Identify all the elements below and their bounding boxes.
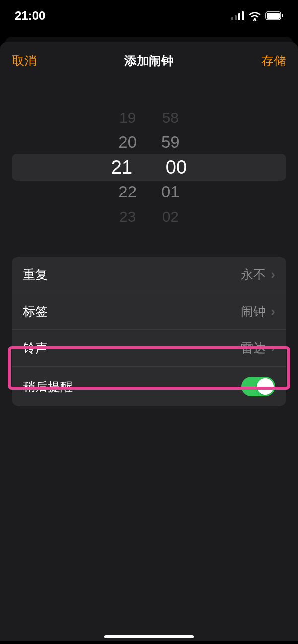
row-value: 闹钟 [241, 303, 266, 320]
status-bar: 21:00 [0, 0, 298, 28]
battery-icon [265, 11, 283, 20]
row-label-tag[interactable]: 标签 闹钟 › [12, 293, 286, 330]
svg-rect-2 [238, 13, 240, 20]
row-sound[interactable]: 铃声 雷达 › [12, 330, 286, 367]
svg-rect-6 [267, 13, 280, 19]
chevron-right-icon: › [271, 340, 275, 356]
chevron-right-icon: › [271, 304, 275, 319]
selected-minute: 00 [161, 157, 191, 178]
snooze-toggle[interactable] [241, 377, 275, 396]
status-time: 21:00 [15, 9, 45, 23]
options-list: 重复 永不 › 标签 闹钟 › 铃声 雷达 › 稍后提醒 [12, 257, 286, 406]
svg-rect-3 [242, 11, 244, 20]
cellular-icon [231, 11, 244, 20]
chevron-right-icon: › [271, 267, 275, 282]
picker-selected-row: 21 00 [12, 154, 286, 181]
wifi-icon [248, 11, 261, 21]
nav-title: 添加闹钟 [124, 53, 174, 69]
time-picker[interactable]: 18 19 20 -- 22 23 00 57 58 59 -- 01 02 0… [12, 98, 286, 237]
row-label: 重复 [23, 266, 48, 283]
selected-hour: 21 [107, 157, 137, 178]
save-button[interactable]: 存储 [261, 53, 286, 69]
nav-bar: 取消 添加闹钟 存储 [0, 42, 298, 78]
modal-sheet: 取消 添加闹钟 存储 18 19 20 -- 22 23 00 57 58 59… [0, 42, 298, 641]
cancel-button[interactable]: 取消 [12, 53, 37, 69]
row-value: 永不 [241, 266, 266, 283]
svg-rect-1 [235, 15, 237, 20]
row-snooze: 稍后提醒 [12, 367, 286, 406]
row-repeat[interactable]: 重复 永不 › [12, 257, 286, 293]
svg-rect-0 [231, 17, 233, 20]
status-icons [231, 11, 283, 21]
row-value: 雷达 [241, 340, 266, 356]
svg-point-4 [254, 18, 256, 20]
svg-rect-7 [282, 14, 283, 17]
row-label: 标签 [23, 303, 48, 320]
row-label: 稍后提醒 [23, 379, 73, 395]
row-label: 铃声 [23, 340, 48, 356]
home-indicator[interactable] [104, 635, 194, 638]
